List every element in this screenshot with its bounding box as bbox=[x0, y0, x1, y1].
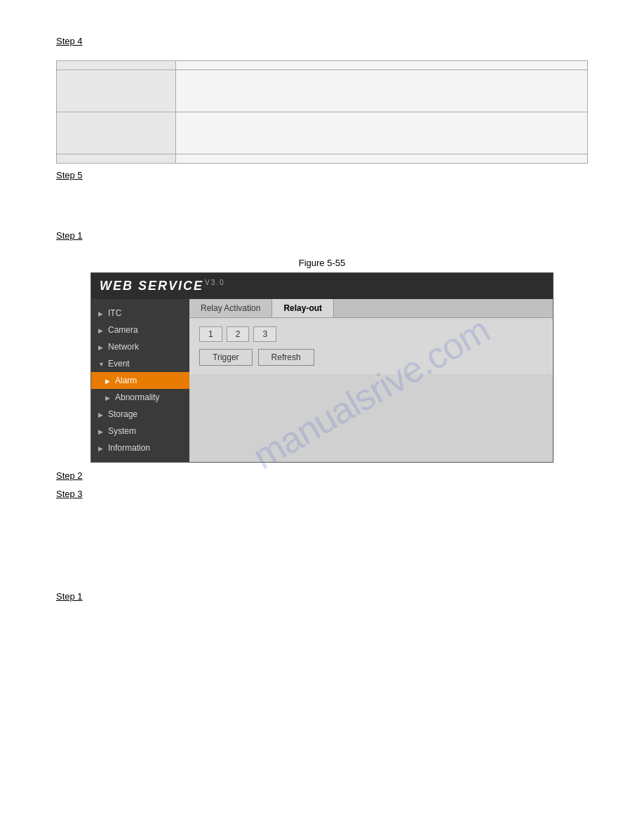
sidebar-label: Camera bbox=[108, 325, 138, 335]
table-cell bbox=[176, 154, 588, 164]
relay-button-1[interactable]: 1 bbox=[199, 326, 222, 342]
webservice-logo: WEB SERVICEV3.0 bbox=[100, 279, 225, 293]
sidebar-item-event[interactable]: ▼ Event bbox=[91, 355, 189, 372]
step1-second-label: Step 1 bbox=[56, 591, 83, 602]
table-cell bbox=[176, 61, 588, 70]
tab-label: Relay Activation bbox=[201, 303, 260, 313]
tab-relay-out[interactable]: Relay-out bbox=[272, 299, 334, 317]
arrow-icon: ▶ bbox=[98, 428, 104, 434]
sidebar-label: System bbox=[108, 426, 136, 436]
sidebar-label: Information bbox=[108, 443, 150, 453]
logo-version: V3.0 bbox=[205, 279, 225, 286]
sidebar-label: Network bbox=[108, 342, 139, 352]
relay-number-buttons: 1 2 3 bbox=[199, 326, 543, 342]
arrow-icon: ▶ bbox=[98, 411, 104, 417]
step3-label: Step 3 bbox=[56, 489, 83, 499]
logo-text: WEB SERVICE bbox=[100, 279, 203, 293]
tab-relay-activation[interactable]: Relay Activation bbox=[189, 299, 272, 317]
sidebar-item-alarm[interactable]: ▶ Alarm bbox=[91, 372, 189, 389]
step2-label: Step 2 bbox=[56, 470, 83, 481]
step1-first-label: Step 1 bbox=[56, 230, 83, 241]
webservice-main: Relay Activation Relay-out 1 2 3 bbox=[189, 299, 553, 462]
table-cell bbox=[176, 70, 588, 112]
step4-label: Step 4 bbox=[56, 36, 83, 46]
sidebar-label: Storage bbox=[108, 409, 137, 419]
table-cell bbox=[57, 70, 176, 112]
table-cell bbox=[57, 112, 176, 154]
sidebar-label: ITC bbox=[108, 308, 121, 318]
webservice-ui: WEB SERVICEV3.0 ▶ ITC ▶ Camera ▶ Network bbox=[90, 272, 554, 463]
relay-action-buttons: Trigger Refresh bbox=[199, 349, 543, 366]
relay-button-3[interactable]: 3 bbox=[253, 326, 276, 342]
sidebar-item-network[interactable]: ▶ Network bbox=[91, 338, 189, 355]
sidebar-item-information[interactable]: ▶ Information bbox=[91, 439, 189, 456]
figure-caption: Figure 5-55 bbox=[56, 258, 588, 268]
step4-table bbox=[56, 60, 588, 164]
arrow-icon: ▶ bbox=[105, 378, 111, 383]
arrow-icon: ▶ bbox=[105, 395, 111, 400]
trigger-button[interactable]: Trigger bbox=[199, 349, 253, 366]
webservice-sidebar: ▶ ITC ▶ Camera ▶ Network ▼ Event ▶ Ala bbox=[91, 299, 189, 462]
arrow-icon: ▶ bbox=[98, 344, 104, 350]
sidebar-label: Abnormality bbox=[115, 392, 159, 402]
arrow-icon: ▶ bbox=[98, 445, 104, 451]
arrow-icon: ▼ bbox=[98, 361, 104, 366]
table-cell bbox=[57, 154, 176, 164]
webservice-header: WEB SERVICEV3.0 bbox=[91, 273, 553, 299]
table-cell bbox=[176, 112, 588, 154]
table-cell bbox=[57, 61, 176, 70]
arrow-icon: ▶ bbox=[98, 310, 104, 316]
tab-content: 1 2 3 Trigger Refresh bbox=[189, 318, 553, 374]
sidebar-label: Event bbox=[108, 359, 130, 369]
step5-label: Step 5 bbox=[56, 170, 83, 180]
tab-label: Relay-out bbox=[283, 303, 322, 313]
sidebar-item-system[interactable]: ▶ System bbox=[91, 423, 189, 439]
sidebar-label: Alarm bbox=[115, 376, 137, 385]
sidebar-item-itc[interactable]: ▶ ITC bbox=[91, 305, 189, 322]
refresh-button[interactable]: Refresh bbox=[258, 349, 314, 366]
relay-button-2[interactable]: 2 bbox=[227, 326, 250, 342]
sidebar-item-camera[interactable]: ▶ Camera bbox=[91, 322, 189, 338]
sidebar-item-storage[interactable]: ▶ Storage bbox=[91, 406, 189, 423]
webservice-body: ▶ ITC ▶ Camera ▶ Network ▼ Event ▶ Ala bbox=[91, 299, 553, 462]
sidebar-item-abnormality[interactable]: ▶ Abnormality bbox=[91, 389, 189, 406]
tabs-bar: Relay Activation Relay-out bbox=[189, 299, 553, 318]
arrow-icon: ▶ bbox=[98, 327, 104, 333]
